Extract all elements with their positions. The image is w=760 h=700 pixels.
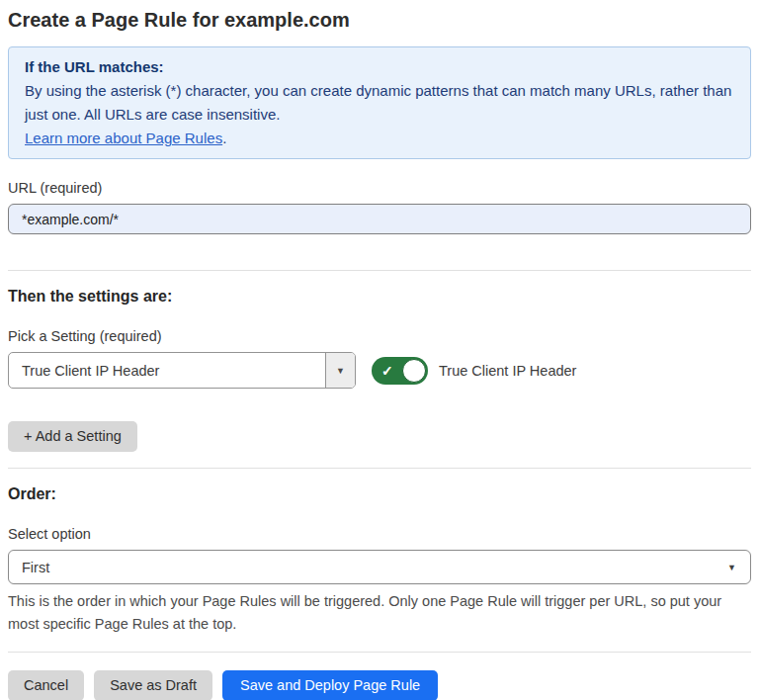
chevron-down-icon: ▼ <box>727 563 736 572</box>
create-page-rule-form: Create a Page Rule for example.com If th… <box>0 0 760 700</box>
link-suffix: . <box>222 130 226 146</box>
url-input[interactable] <box>8 204 751 234</box>
true-client-ip-toggle[interactable]: ✓ <box>372 357 428 385</box>
section-divider <box>8 468 751 469</box>
save-as-draft-button[interactable]: Save as Draft <box>94 670 212 700</box>
chevron-down-icon: ▼ <box>336 366 345 376</box>
order-select-label: Select option <box>8 526 751 542</box>
info-box-heading: If the URL matches: <box>25 55 734 79</box>
learn-more-link[interactable]: Learn more about Page Rules <box>25 130 222 146</box>
footer-actions: Cancel Save as Draft Save and Deploy Pag… <box>8 670 751 700</box>
order-select-value: First <box>22 560 49 575</box>
url-match-info-box: If the URL matches: By using the asteris… <box>8 46 751 159</box>
toggle-knob <box>402 359 426 383</box>
cancel-button[interactable]: Cancel <box>8 670 84 700</box>
order-help-text: This is the order in which your Page Rul… <box>8 590 751 636</box>
info-box-link-line: Learn more about Page Rules. <box>25 127 734 150</box>
setting-select-arrow-button[interactable]: ▼ <box>325 353 355 388</box>
setting-row: True Client IP Header ▼ ✓ True Client IP… <box>8 352 751 389</box>
save-and-deploy-button[interactable]: Save and Deploy Page Rule <box>222 670 438 700</box>
add-setting-button[interactable]: + Add a Setting <box>8 421 137 452</box>
footer-divider <box>8 652 751 653</box>
settings-section-heading: Then the settings are: <box>8 286 751 307</box>
order-select[interactable]: First ▼ <box>8 550 751 584</box>
order-section-heading: Order: <box>8 483 751 505</box>
url-field-label: URL (required) <box>8 180 751 196</box>
pick-setting-label: Pick a Setting (required) <box>8 328 751 344</box>
info-box-body: By using the asterisk (*) character, you… <box>25 79 734 127</box>
info-box-body-text: By using the asterisk (*) character, you… <box>25 82 731 123</box>
toggle-label: True Client IP Header <box>439 363 576 379</box>
check-icon: ✓ <box>381 363 393 377</box>
section-divider <box>8 270 751 271</box>
page-title: Create a Page Rule for example.com <box>8 6 751 34</box>
setting-select[interactable]: True Client IP Header ▼ <box>8 352 356 389</box>
setting-select-value: True Client IP Header <box>9 353 325 388</box>
